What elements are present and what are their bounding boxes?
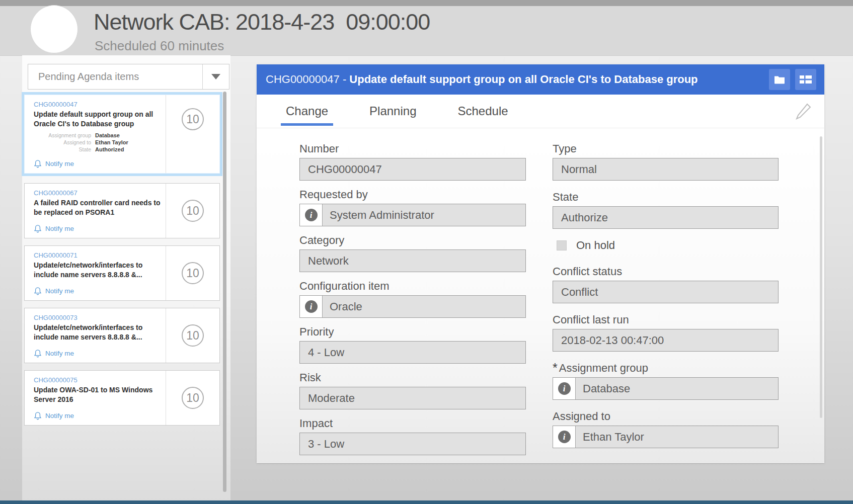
edit-pencil-button[interactable] (795, 102, 812, 120)
agenda-filter-dropdown[interactable]: Pending Agenda items (28, 64, 229, 90)
field-input[interactable]: 3 - Low (299, 433, 526, 455)
agenda-item-body: CHG00000047 Update default support group… (25, 95, 166, 173)
agenda-item-card[interactable]: CHG00000071 Update/etc/network/interface… (24, 245, 220, 301)
on-hold-checkbox[interactable] (557, 240, 567, 250)
form-field: Conflict status Conflict (553, 266, 779, 303)
field-value: Moderate (300, 387, 525, 409)
change-number-link[interactable]: CHG00000047 (34, 101, 162, 108)
field-label: Impact (299, 418, 526, 429)
form-column-right: Type Normal State Authorize On hold Conf… (553, 143, 779, 459)
record-number: CHG00000047 (266, 73, 340, 86)
field-input[interactable]: i System Administrator (299, 204, 526, 226)
duration-value: 10 (186, 267, 199, 280)
agenda-sidebar: Pending Agenda items CHG00000047 Update … (22, 55, 230, 500)
field-input[interactable]: i Oracle (299, 295, 526, 318)
field-label: Configuration item (299, 281, 526, 292)
form-scrollbar[interactable] (820, 136, 822, 418)
form-field: Configuration item i Oracle (299, 281, 526, 318)
field-value: 4 - Low (300, 342, 525, 363)
field-input[interactable]: i Ethan Taylor (553, 426, 779, 448)
change-short-description: Update/etc/network/interfaces to include… (34, 323, 162, 342)
change-number-link[interactable]: CHG00000067 (34, 189, 162, 197)
bell-icon (34, 224, 42, 233)
field-input[interactable]: Moderate (299, 387, 526, 409)
agenda-item-card[interactable]: CHG00000067 A failed RAID controller car… (24, 183, 220, 238)
info-icon: i (305, 209, 318, 221)
field-input[interactable]: Normal (553, 158, 779, 181)
folder-icon (774, 75, 785, 84)
duration-value: 10 (186, 391, 199, 405)
field-label: Requested by (299, 189, 526, 200)
field-label: Risk (299, 372, 526, 383)
field-value: Conflict (553, 281, 778, 303)
record-title-separator: - (340, 73, 350, 86)
sidebar-scrollbar[interactable] (223, 92, 226, 492)
agenda-item-card[interactable]: CHG00000047 Update default support group… (24, 95, 220, 174)
bell-icon (34, 287, 42, 295)
change-form: Number CHG00000047 Requested by i System… (257, 128, 824, 462)
reference-info-button[interactable]: i (300, 204, 323, 226)
field-input[interactable]: 2018-02-13 00:47:00 (553, 329, 779, 352)
agenda-item-body: CHG00000073 Update/etc/network/interface… (25, 308, 166, 363)
reference-info-button[interactable]: i (300, 296, 323, 317)
record-header-buttons (769, 69, 816, 90)
notify-me-button[interactable]: Notify me (34, 224, 162, 233)
field-value: CHG00000047 (300, 158, 525, 180)
notify-me-label: Notify me (45, 225, 74, 232)
field-input[interactable]: CHG00000047 (299, 158, 526, 181)
change-meta: Assignment groupDatabaseAssigned toEthan… (34, 132, 162, 153)
cab-workbench-page: Network CAB: 2018-4-23 09:00:00 Schedule… (0, 0, 853, 504)
duration-badge: 10 (182, 387, 204, 409)
tab-schedule[interactable]: Schedule (458, 95, 508, 128)
folder-view-button[interactable] (769, 69, 790, 90)
info-icon: i (558, 382, 571, 395)
meta-label: Assignment group (34, 132, 91, 139)
reference-info-button[interactable]: i (553, 426, 576, 448)
chevron-down-icon (211, 74, 220, 79)
change-number-link[interactable]: CHG00000075 (34, 376, 162, 384)
duration-badge: 10 (182, 200, 204, 222)
bell-icon (34, 349, 42, 358)
change-short-description: Update default support group on all Orac… (34, 110, 162, 129)
field-input[interactable]: 4 - Low (299, 341, 526, 364)
change-number-link[interactable]: CHG00000071 (34, 251, 162, 259)
form-field: Impact 3 - Low (299, 418, 526, 455)
field-input[interactable]: Authorize (553, 206, 779, 229)
notify-me-button[interactable]: Notify me (34, 159, 162, 168)
duration-value: 10 (186, 113, 199, 126)
required-marker: * (553, 363, 558, 373)
notify-me-button[interactable]: Notify me (34, 349, 162, 358)
tab-change[interactable]: Change (286, 95, 328, 128)
notify-me-label: Notify me (45, 287, 74, 295)
notify-me-label: Notify me (45, 160, 74, 167)
agenda-item-card[interactable]: CHG00000075 Update OWA-SD-01 to MS Windo… (24, 370, 220, 426)
record-tabbar: Change Planning Schedule (257, 95, 824, 128)
field-value: 3 - Low (300, 433, 525, 455)
change-number-link[interactable]: CHG00000073 (34, 314, 162, 321)
notify-me-button[interactable]: Notify me (34, 411, 162, 420)
agenda-item-card[interactable]: CHG00000073 Update/etc/network/interface… (24, 308, 220, 363)
form-field: Conflict last run 2018-02-13 00:47:00 (553, 314, 779, 352)
notify-me-label: Notify me (45, 412, 74, 419)
field-input[interactable]: i Database (553, 377, 779, 400)
notify-me-button[interactable]: Notify me (34, 287, 162, 295)
tab-planning[interactable]: Planning (369, 95, 416, 128)
duration-badge: 10 (182, 108, 204, 130)
agenda-filter-selected: Pending Agenda items (38, 64, 139, 89)
field-value: Normal (553, 158, 778, 180)
record-title: Update default support group on all Orac… (349, 73, 697, 86)
field-label: Conflict status (553, 266, 779, 277)
agenda-item-body: CHG00000075 Update OWA-SD-01 to MS Windo… (25, 371, 166, 425)
meeting-duration-subtitle: Scheduled 60 minutes (95, 38, 224, 54)
pencil-icon (796, 103, 812, 120)
grid-view-button[interactable] (795, 69, 816, 90)
field-input[interactable]: Network (299, 249, 526, 272)
agenda-item-duration-cell: 10 (166, 371, 219, 425)
reference-info-button[interactable]: i (553, 378, 576, 399)
field-input[interactable]: Conflict (553, 281, 779, 303)
meta-row: Assignment groupDatabase (34, 132, 162, 139)
dropdown-arrow-button[interactable] (202, 64, 229, 89)
agenda-item-body: CHG00000071 Update/etc/network/interface… (25, 246, 166, 300)
field-label: Assigned to (553, 411, 779, 422)
meta-row: Assigned toEthan Taylor (34, 139, 162, 146)
